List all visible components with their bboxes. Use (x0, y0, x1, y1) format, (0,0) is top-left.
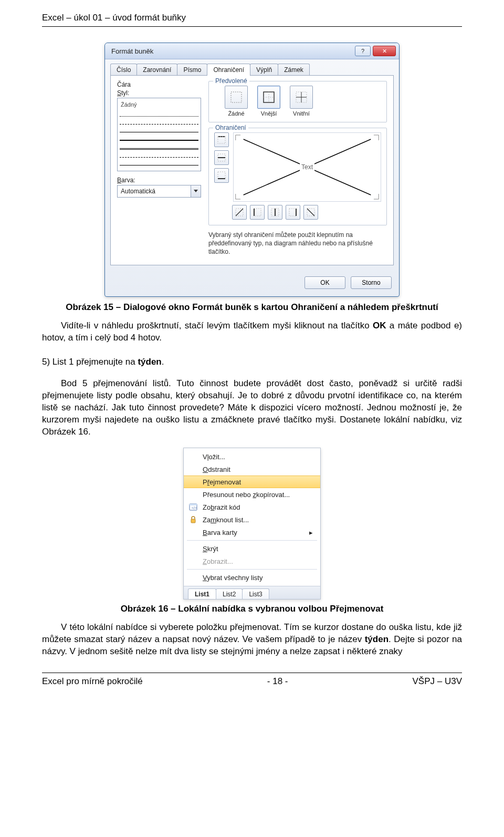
format-cells-dialog: Formát buněk ? ✕ Číslo Zarovnání Písmo O… (104, 43, 400, 297)
presets-group: Předvolené Žádné (208, 81, 387, 122)
dialog-desc: Vybraný styl ohraničení můžete použít kl… (208, 231, 387, 256)
svg-line-32 (307, 209, 314, 216)
preset-none[interactable]: Žádné (225, 86, 248, 117)
border-diag-down-button[interactable] (303, 205, 318, 220)
tab-cislo[interactable]: Číslo (110, 64, 137, 76)
page-header: Excel – úkol 01 – úvod formát buňky (42, 13, 462, 23)
color-value: Automatická (118, 188, 191, 195)
preset-inner-label: Vnitřní (293, 110, 310, 117)
style-dashed[interactable] (120, 119, 198, 125)
ctx-label: Skrýt (203, 545, 218, 553)
preset-outer-label: Vnější (261, 110, 277, 117)
ctx-label: Přejmenovat (203, 478, 241, 486)
svg-rect-11 (218, 172, 225, 179)
styl-label: Styl: (117, 89, 201, 97)
footer-center: - 18 - (267, 676, 288, 687)
tab-zamek[interactable]: Zámek (278, 64, 310, 76)
border-right-button[interactable] (286, 205, 300, 220)
ctx-vlozit[interactable]: Vložit... (184, 450, 320, 463)
ok-button[interactable]: OK (304, 276, 345, 289)
border-diag-up-button[interactable] (232, 205, 247, 220)
svg-rect-8 (218, 137, 225, 143)
ctx-zamknout[interactable]: Zamknout list... (184, 513, 320, 526)
figure-15-caption: Obrázek 15 – Dialogové okno Formát buněk… (42, 302, 462, 313)
ctx-separator (187, 540, 317, 541)
border-bottom-button[interactable] (214, 168, 229, 183)
paragraph-3: Bod 5 přejmenování listů. Tuto činnost b… (42, 378, 462, 438)
ctx-barva[interactable]: Barva karty▸ (184, 526, 320, 539)
border-top-button[interactable] (214, 132, 229, 147)
preset-inner[interactable]: Vnitřní (290, 86, 313, 117)
para4-b: týden (365, 634, 388, 644)
ctx-label: Vybrat všechny listy (203, 574, 262, 582)
tab-ohraniceni[interactable]: Ohraničení (207, 64, 250, 76)
ctx-label: Přesunout nebo zkopírovat... (203, 491, 290, 499)
storno-button[interactable]: Storno (351, 276, 392, 289)
cara-label: Čára (117, 81, 201, 88)
style-thick[interactable] (120, 135, 198, 141)
ctx-zobrazit-kod[interactable]: </> Zobrazit kód (184, 501, 320, 513)
ctx-zobrazit: Zobrazit... (184, 555, 320, 567)
help-icon[interactable]: ? (355, 46, 371, 56)
preset-inner-icon (290, 86, 313, 109)
sheet-tab-bar: List1 List2 List3 (184, 586, 320, 599)
paragraph-2: 5) List 1 přejmenujte na týden. (42, 356, 462, 368)
ctx-prejmenovat[interactable]: Přejmenovat (184, 476, 320, 488)
ctx-separator (187, 569, 317, 570)
submenu-arrow-icon: ▸ (309, 529, 313, 536)
para2-a: 5) List 1 přejmenujte na (42, 357, 138, 367)
style-medium[interactable] (120, 160, 198, 166)
preset-outer-icon (257, 86, 280, 109)
color-combo[interactable]: Automatická (117, 185, 201, 198)
tab-zarovnani[interactable]: Zarovnání (136, 64, 177, 76)
preset-none-label: Žádné (228, 110, 244, 117)
border-hmid-button[interactable] (214, 150, 229, 165)
preset-outer[interactable]: Vnější (257, 86, 280, 117)
lock-icon (188, 515, 198, 524)
svg-line-24 (236, 209, 243, 216)
barva-label: Barva: (117, 177, 201, 184)
ctx-label: Odstranit (203, 466, 230, 473)
figure-16-caption: Obrázek 16 – Lokální nabídka s vybranou … (42, 604, 462, 614)
sheet-tab-list1[interactable]: List1 (188, 588, 216, 599)
ohraniceni-label: Ohraničení (213, 124, 248, 131)
svg-text:</>: </> (192, 506, 197, 510)
close-icon[interactable]: ✕ (373, 46, 396, 56)
svg-rect-0 (231, 92, 242, 102)
code-icon: </> (188, 502, 198, 512)
dialog-title: Formát buněk (111, 47, 153, 55)
ctx-odstranit[interactable]: Odstranit (184, 463, 320, 476)
svg-rect-34 (190, 504, 197, 505)
preset-none-icon (225, 86, 248, 109)
tab-vypln[interactable]: Výplň (250, 64, 278, 76)
style-none[interactable]: Žádný (120, 100, 198, 110)
style-double[interactable] (120, 143, 198, 150)
footer-left: Excel pro mírně pokročilé (42, 676, 143, 687)
ctx-presunout[interactable]: Přesunout nebo zkopírovat... (184, 488, 320, 501)
line-style-list[interactable]: Žádný (117, 98, 201, 171)
border-preview[interactable]: Text (233, 132, 381, 202)
ctx-label: Zobrazit kód (203, 503, 240, 511)
border-vmid-button[interactable] (268, 205, 282, 220)
footer-right: VŠPJ – U3V (413, 676, 463, 687)
ctx-skryt[interactable]: Skrýt (184, 542, 320, 555)
dialog-tabs: Číslo Zarovnání Písmo Ohraničení Výplň Z… (105, 59, 399, 76)
style-dotted[interactable] (120, 111, 198, 117)
chevron-down-icon[interactable] (191, 185, 201, 197)
ctx-label: Zobrazit... (203, 557, 233, 565)
style-thin[interactable] (120, 127, 198, 132)
page-footer: Excel pro mírně pokročilé - 18 - VŠPJ – … (42, 676, 462, 687)
sheet-tab-list3[interactable]: List3 (242, 588, 269, 599)
tab-pismo[interactable]: Písmo (177, 64, 207, 76)
sheet-tab-list2[interactable]: List2 (216, 588, 243, 599)
style-dashdot[interactable] (120, 152, 198, 158)
border-left-button[interactable] (250, 205, 265, 220)
para1-a: Vidíte-li v náhledu proškrtnutí, stačí l… (61, 321, 373, 330)
svg-rect-25 (254, 209, 261, 216)
ctx-vybrat-vse[interactable]: Vybrat všechny listy (184, 571, 320, 584)
para2-b: týden (138, 357, 161, 367)
svg-rect-29 (289, 209, 296, 216)
ctx-label: Zamknout list... (203, 516, 249, 524)
ctx-label: Barva karty (203, 529, 237, 536)
para1-b: OK (373, 321, 386, 330)
